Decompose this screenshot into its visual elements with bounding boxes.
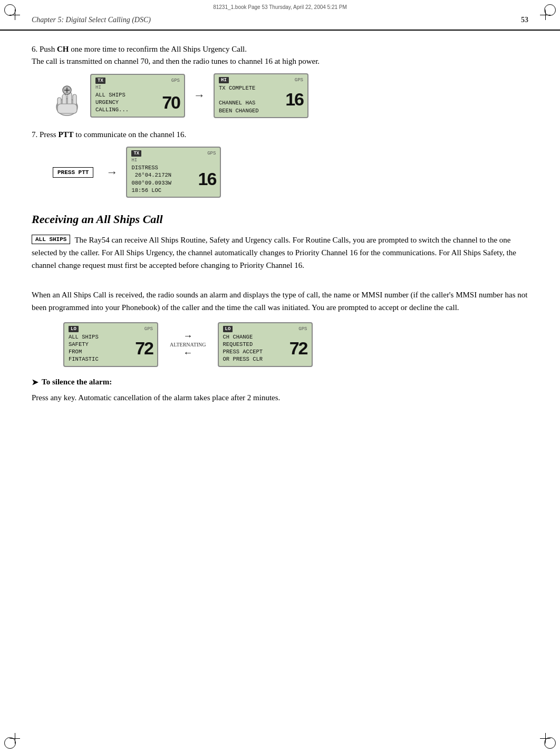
left-arrow-icon: ← — [183, 347, 192, 359]
lcd5-text: CH CHANGEREQUESTEDPRESS ACCEPTOR PRESS C… — [223, 333, 281, 363]
bottom-display-row: LO GPS ALL SHIPSSAFETYFROMFINTASTIC 72 →… — [63, 322, 528, 367]
lcd2-gps: GPS — [295, 78, 303, 83]
crosshair-br — [540, 733, 551, 744]
lcd4-lo: LO — [69, 326, 79, 332]
lcd5-gps: GPS — [298, 326, 307, 332]
lcd3-gps: GPS — [207, 151, 216, 156]
silence-text: Press any key. Automatic cancellation of… — [32, 391, 528, 404]
lcd1-text: ALL SHIPSURGENCYCALLING... — [95, 91, 153, 114]
lcd4-body: ALL SHIPSSAFETYFROMFINTASTIC 72 — [69, 333, 153, 363]
paragraph2: When an All Ships Call is received, the … — [32, 288, 528, 314]
lcd3-header: TX GPS — [131, 150, 216, 157]
lcd4-text: ALL SHIPSSAFETYFROMFINTASTIC — [69, 333, 127, 363]
crop-circle-bl — [4, 737, 16, 749]
main-content: 6. Push CH one more time to reconfirm th… — [0, 31, 560, 433]
lcd-panel-2: HI GPS TX COMPLETECHANNEL HASBEEN CHANGE… — [214, 73, 308, 118]
step-7-text: 7. Press PTT to communicate on the chann… — [32, 129, 528, 141]
step-7-display-row: PRESS PTT → TX GPS HI DISTRESS 26°04.217… — [53, 147, 528, 198]
lcd-panel-3: TX GPS HI DISTRESS 26°04.2172N080°09.093… — [126, 147, 221, 198]
step-7: 7. Press PTT to communicate on the chann… — [32, 129, 528, 198]
lcd1-hi: HI — [95, 85, 180, 90]
lcd3-body: DISTRESS 26°04.2172N080°09.0933W18:56 LO… — [131, 164, 216, 194]
lcd-panel-1: TX GPS HI ALL SHIPSURGENCYCALLING... 70 — [90, 74, 185, 118]
right-arrow-icon: → — [183, 331, 192, 342]
all-ships-badge: ALL SHIPS — [32, 235, 70, 244]
arrow-1: → — [194, 89, 205, 102]
lcd2-hi: HI — [219, 77, 229, 83]
lcd3-channel: 16 — [189, 169, 216, 189]
lcd3-tx: TX — [131, 150, 141, 157]
chapter-title: Chapter 5: Digital Select Calling (DSC) — [32, 16, 151, 24]
lcd1-body: ALL SHIPSURGENCYCALLING... 70 — [95, 91, 180, 114]
svg-rect-5 — [57, 104, 77, 113]
lcd4-channel: 72 — [127, 338, 153, 359]
alternating-label: ALTERNATING — [170, 342, 206, 347]
lcd2-header: HI GPS — [219, 77, 303, 83]
lcd4-header: LO GPS — [69, 326, 153, 332]
step-6-display-row: TX GPS HI ALL SHIPSURGENCYCALLING... 70 … — [53, 73, 528, 118]
hand-icon — [53, 80, 82, 111]
press-ptt-box: PRESS PTT — [53, 167, 93, 178]
crosshair-bl — [9, 733, 20, 744]
crop-circle-br — [544, 737, 556, 749]
lcd5-channel: 72 — [281, 338, 307, 359]
lcd5-body: CH CHANGEREQUESTEDPRESS ACCEPTOR PRESS C… — [223, 333, 307, 363]
ch-key-label: CH — [57, 45, 69, 53]
lcd2-body: TX COMPLETECHANNEL HASBEEN CHANGED 16 — [219, 84, 303, 114]
lcd-panel-5: LO GPS CH CHANGEREQUESTEDPRESS ACCEPTOR … — [218, 322, 313, 367]
bullet-arrow-icon: ➤ — [32, 378, 38, 387]
alternating-arrow: → ALTERNATING ← — [168, 331, 208, 359]
section-title: Receiving an All Ships Call — [32, 213, 528, 226]
lcd1-header: TX GPS — [95, 78, 180, 84]
lcd1-channel: 70 — [153, 92, 180, 113]
lcd2-channel: 16 — [277, 89, 303, 110]
lcd5-lo: LO — [223, 326, 233, 332]
paragraph1-container: ALL SHIPS The Ray54 can receive All Ship… — [32, 234, 528, 280]
lcd-panel-4: LO GPS ALL SHIPSSAFETYFROMFINTASTIC 72 — [63, 322, 158, 367]
lcd4-gps: GPS — [144, 326, 153, 332]
lcd3-hi: HI — [131, 158, 216, 163]
silence-heading-line: ➤ To silence the alarm: — [32, 378, 528, 387]
step-6-number: 6. — [32, 45, 37, 53]
ptt-key-label: PTT — [58, 130, 73, 139]
paragraph1-clearfix: ALL SHIPS The Ray54 can receive All Ship… — [32, 234, 528, 280]
arrow-2: → — [106, 166, 118, 179]
step-7-number: 7. — [32, 130, 37, 139]
file-info: 81231_1.book Page 53 Thursday, April 22,… — [213, 4, 347, 10]
paragraph1: The Ray54 can receive All Ships Routine,… — [32, 234, 528, 272]
step-6-text: 6. Push CH one more time to reconfirm th… — [32, 43, 528, 67]
lcd1-tx: TX — [95, 78, 105, 84]
step-6: 6. Push CH one more time to reconfirm th… — [32, 43, 528, 118]
page-number: 53 — [521, 16, 528, 24]
silence-heading: To silence the alarm: — [42, 378, 112, 387]
lcd2-text: TX COMPLETECHANNEL HASBEEN CHANGED — [219, 84, 277, 114]
lcd3-text: DISTRESS 26°04.2172N080°09.0933W18:56 LO… — [131, 164, 189, 194]
lcd1-gps: GPS — [171, 78, 180, 83]
lcd5-header: LO GPS — [223, 326, 307, 332]
